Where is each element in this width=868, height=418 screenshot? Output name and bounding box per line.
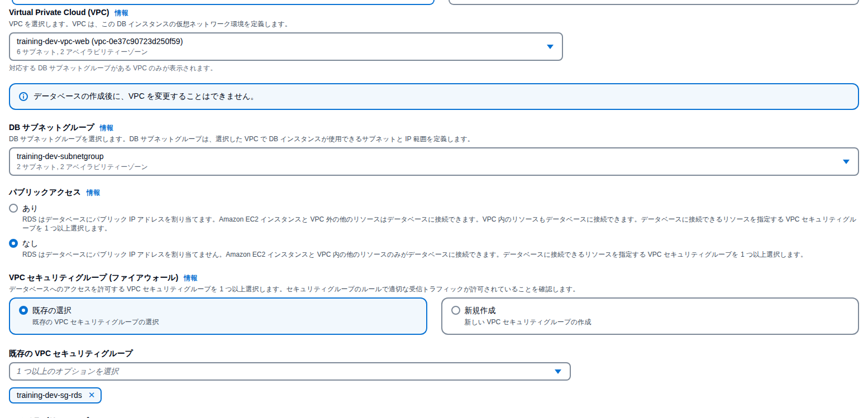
vpc-select[interactable]: training-dev-vpc-web (vpc-0e37c90723d250… xyxy=(9,32,563,61)
subnet-group-select-value: training-dev-subnetgroup xyxy=(17,151,836,162)
tile-create-new-description: 新しい VPC セキュリティグループの作成 xyxy=(465,318,850,326)
existing-sg-label: 既存の VPC セキュリティグループ xyxy=(9,348,133,358)
tile-choose-existing[interactable]: 既存の選択 既存の VPC セキュリティグループの選択 xyxy=(9,297,427,335)
existing-sg-multiselect[interactable]: 1 つ以上のオプションを選択 xyxy=(9,362,571,381)
public-access-yes-label: あり xyxy=(22,203,39,214)
tile-create-new[interactable]: 新規作成 新しい VPC セキュリティグループの作成 xyxy=(441,297,860,335)
security-group-tiles: 既存の選択 既存の VPC セキュリティグループの選択 新規作成 新しい VPC… xyxy=(9,297,859,335)
public-access-field: パブリックアクセス 情報 あり RDS はデータベースにパブリック IP アドレ… xyxy=(9,187,859,259)
subnet-group-select-secondary: 2 サブネット, 2 アベイラビリティーゾーン xyxy=(17,162,836,171)
public-access-info-link[interactable]: 情報 xyxy=(87,188,100,198)
sg-token: training-dev-sg-rds ✕ xyxy=(9,387,102,403)
availability-zone-field: アベイラビリティーゾーン 情報 ap-northeast-1a xyxy=(9,416,859,418)
info-icon xyxy=(19,92,28,101)
caret-down-icon xyxy=(547,45,554,49)
tile-create-new-label: 新規作成 xyxy=(465,305,496,316)
security-group-info-link[interactable]: 情報 xyxy=(184,273,197,283)
tile-choose-existing-label: 既存の選択 xyxy=(32,305,71,316)
radio-unchecked-icon xyxy=(451,306,460,315)
sg-token-label: training-dev-sg-rds xyxy=(17,391,82,400)
existing-sg-field: 既存の VPC セキュリティグループ 1 つ以上のオプションを選択 traini… xyxy=(9,348,859,403)
availability-zone-label: アベイラビリティーゾーン xyxy=(9,416,104,418)
public-access-yes-description: RDS はデータベースにパブリック IP アドレスを割り当てます。Amazon … xyxy=(22,215,859,233)
public-access-yes-radio[interactable]: あり xyxy=(9,203,859,214)
caret-down-icon xyxy=(555,369,561,374)
security-group-description: データベースへのアクセスを許可する VPC セキュリティグループを 1 つ以上選… xyxy=(9,285,859,294)
alert-text: データベースの作成後に、VPC を変更することはできません。 xyxy=(34,92,258,102)
dismiss-icon[interactable]: ✕ xyxy=(88,390,96,400)
subnet-group-field: DB サブネットグループ 情報 DB サブネットグループを選択します。DB サブ… xyxy=(9,122,859,176)
vpc-change-alert: データベースの作成後に、VPC を変更することはできません。 xyxy=(9,83,859,110)
truncated-tile-selected[interactable] xyxy=(12,0,435,5)
public-access-no-label: なし xyxy=(22,238,39,249)
subnet-group-info-link[interactable]: 情報 xyxy=(100,123,113,133)
radio-unchecked-icon[interactable] xyxy=(9,204,18,213)
security-group-field: VPC セキュリティグループ (ファイアウォール) 情報 データベースへのアクセ… xyxy=(9,272,859,335)
subnet-group-description: DB サブネットグループを選択します。DB サブネットグループは、選択した VP… xyxy=(9,134,859,143)
radio-checked-icon xyxy=(19,306,28,315)
tile-choose-existing-description: 既存の VPC セキュリティグループの選択 xyxy=(32,318,417,326)
vpc-description: VPC を選択します。VPC は、この DB インスタンスの仮想ネットワーク環境… xyxy=(9,20,859,28)
public-access-no-radio[interactable]: なし xyxy=(9,238,859,249)
security-group-label: VPC セキュリティグループ (ファイアウォール) xyxy=(9,272,178,282)
connectivity-form: Virtual Private Cloud (VPC) 情報 VPC を選択しま… xyxy=(0,0,868,418)
subnet-group-label: DB サブネットグループ xyxy=(9,122,94,132)
vpc-select-secondary: 6 サブネット, 2 アベイラビリティーゾーン xyxy=(17,47,540,56)
vpc-field: Virtual Private Cloud (VPC) 情報 VPC を選択しま… xyxy=(9,7,859,73)
vpc-select-value: training-dev-vpc-web (vpc-0e37c90723d250… xyxy=(17,36,540,47)
truncated-tiles-row xyxy=(12,0,859,5)
radio-checked-icon[interactable] xyxy=(9,239,18,248)
vpc-constraint-text: 対応する DB サブネットグループがある VPC のみが表示されます。 xyxy=(9,64,859,73)
public-access-no-description: RDS はデータベースにパブリック IP アドレスを割り当てません。Amazon… xyxy=(22,250,859,259)
vpc-label: Virtual Private Cloud (VPC) xyxy=(9,7,109,17)
caret-down-icon xyxy=(843,160,850,164)
existing-sg-placeholder: 1 つ以上のオプションを選択 xyxy=(17,367,118,376)
truncated-tile-unselected[interactable] xyxy=(449,0,859,5)
public-access-option-yes: あり RDS はデータベースにパブリック IP アドレスを割り当てます。Amaz… xyxy=(9,203,859,233)
public-access-label: パブリックアクセス xyxy=(9,187,81,197)
vpc-info-link[interactable]: 情報 xyxy=(115,8,128,18)
public-access-option-no: なし RDS はデータベースにパブリック IP アドレスを割り当てません。Ama… xyxy=(9,238,859,259)
subnet-group-select[interactable]: training-dev-subnetgroup 2 サブネット, 2 アベイラ… xyxy=(9,147,859,176)
